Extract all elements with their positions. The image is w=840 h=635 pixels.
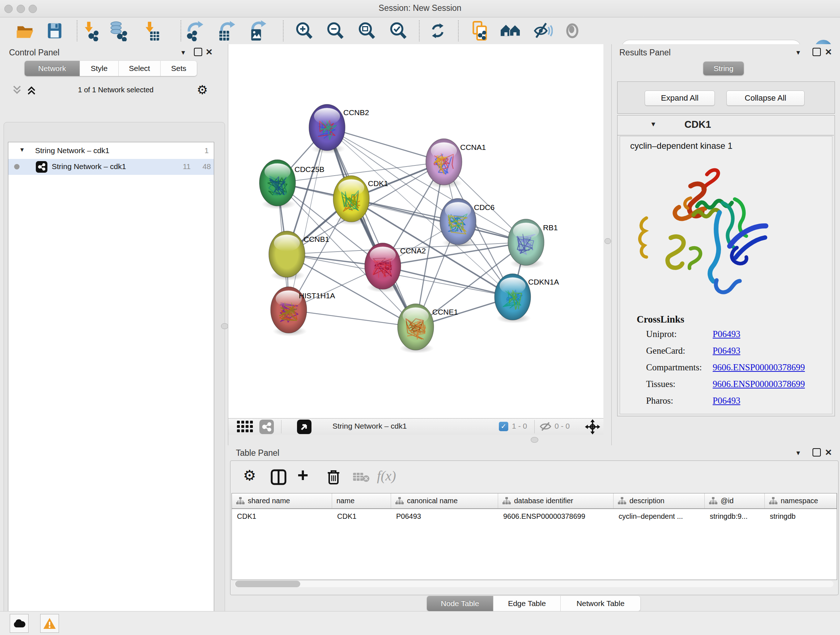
tab-network[interactable]: Network — [25, 61, 80, 76]
zoom-selected-icon[interactable] — [388, 20, 409, 41]
maximize-panel-icon[interactable] — [194, 48, 202, 56]
tab-sets[interactable]: Sets — [161, 61, 197, 76]
close-panel-icon[interactable]: ✕ — [205, 47, 213, 57]
column-header-namespace[interactable]: namespace — [765, 494, 837, 508]
crosslink-value-link[interactable]: P06493 — [713, 346, 740, 356]
expand-all-icon[interactable] — [26, 85, 37, 96]
edge-ccnb2-ccne1[interactable] — [327, 127, 416, 327]
node-ccnb1[interactable] — [269, 231, 305, 280]
zoom-in-icon[interactable] — [294, 20, 315, 41]
network-canvas[interactable]: CCNB2CCNA1CDC25BCDK1CDC6RB1CCNB1CCNA2CDK… — [228, 44, 603, 418]
crosslink-value-link[interactable]: P06493 — [713, 396, 740, 406]
network-node-count: 11 — [171, 162, 191, 171]
hidden-count: 0 - 0 — [554, 422, 570, 431]
warning-button[interactable] — [40, 614, 59, 633]
edge-cdk1-rb1[interactable] — [351, 199, 526, 242]
table-maximize-icon[interactable] — [813, 448, 821, 456]
import-network-icon[interactable] — [79, 20, 100, 41]
column-header-description[interactable]: description — [614, 494, 705, 508]
selected-checkbox-icon[interactable]: ✓ — [499, 422, 508, 431]
add-column-icon[interactable]: + — [297, 464, 308, 486]
first-neighbors-icon[interactable] — [500, 20, 521, 41]
table-panel-title: Table Panel — [236, 448, 279, 458]
zoom-fit-icon[interactable] — [356, 20, 377, 41]
export-network-icon[interactable] — [184, 20, 205, 41]
gear-icon[interactable]: ⚙ — [197, 82, 208, 97]
protein-expander-icon[interactable]: ▼ — [650, 120, 657, 128]
column-header-name[interactable]: name — [332, 494, 391, 508]
node-cdc25b[interactable] — [259, 160, 296, 209]
protein-structure-image — [636, 164, 777, 309]
node-label-cdk1: CDK1 — [368, 179, 388, 187]
export-image-icon[interactable] — [246, 20, 267, 41]
show-columns-icon[interactable] — [271, 469, 286, 485]
network-view-share-icon[interactable] — [259, 420, 274, 434]
results-float-icon[interactable]: ▼ — [795, 49, 801, 57]
node-ccne1[interactable] — [398, 304, 434, 353]
node-cdkn1a[interactable] — [494, 274, 531, 323]
edge-ccnb2-hist1h1a[interactable] — [289, 127, 327, 310]
show-all-icon[interactable] — [563, 20, 582, 41]
table-settings-gear-icon[interactable]: ⚙ — [243, 467, 256, 484]
tab-network-table[interactable]: Network Table — [561, 596, 640, 611]
results-maximize-icon[interactable] — [813, 48, 821, 56]
save-session-icon[interactable] — [44, 20, 65, 41]
crosslink-value-link[interactable]: P06493 — [713, 329, 740, 339]
delete-column-icon[interactable] — [326, 469, 341, 485]
node-table[interactable]: shared namenamecanonical namedatabase id… — [232, 493, 837, 580]
node-ccnb2[interactable] — [309, 104, 346, 154]
column-header-shared-name[interactable]: shared name — [232, 494, 332, 508]
bottom-splitter-handle[interactable] — [531, 437, 538, 443]
expand-all-button[interactable]: Expand All — [645, 90, 715, 106]
node-cdk1[interactable] — [333, 176, 370, 225]
table-hscrollbar[interactable] — [234, 581, 834, 587]
edge-hist1h1a-ccne1[interactable] — [289, 310, 416, 327]
collapse-all-button[interactable]: Collapse All — [726, 90, 805, 106]
table-close-icon[interactable]: ✕ — [825, 448, 832, 458]
import-table-icon[interactable] — [140, 20, 161, 41]
hide-selected-icon[interactable] — [532, 20, 553, 41]
birdseye-view-icon[interactable] — [297, 420, 311, 434]
refresh-icon[interactable] — [428, 20, 447, 41]
column-header--id[interactable]: @id — [705, 494, 765, 508]
table-header-row: shared namenamecanonical namedatabase id… — [232, 494, 837, 509]
float-panel-icon[interactable]: ▼ — [180, 49, 186, 57]
cloud-button[interactable] — [10, 614, 28, 633]
tab-select[interactable]: Select — [118, 61, 161, 76]
node-cdc6[interactable] — [440, 198, 477, 248]
control-panel-title: Control Panel — [9, 48, 59, 57]
table-row[interactable]: CDK1CDK1P064939606.ENSP00000378699cyclin… — [232, 509, 837, 524]
grid-view-icon[interactable] — [237, 421, 254, 433]
node-label-ccne1: CCNE1 — [432, 308, 458, 316]
table-float-icon[interactable]: ▼ — [795, 450, 801, 457]
node-ccna1[interactable] — [426, 139, 462, 188]
column-network-icon — [236, 497, 245, 505]
crosslink-value-link[interactable]: 9606.ENSP00000378699 — [713, 363, 805, 372]
crosslink-value-link[interactable]: 9606.ENSP00000378699 — [713, 379, 805, 389]
right-splitter-handle[interactable] — [605, 238, 611, 244]
export-table-icon[interactable] — [215, 20, 236, 41]
zoom-out-icon[interactable] — [325, 20, 346, 41]
column-header-canonical-name[interactable]: canonical name — [391, 494, 498, 508]
table-hscrollbar-thumb[interactable] — [235, 581, 300, 587]
collapse-all-icon[interactable] — [11, 85, 22, 96]
network-row-selected[interactable]: String Network – cdk1 11 48 — [8, 159, 214, 175]
tab-style[interactable]: Style — [80, 61, 118, 76]
node-rb1[interactable] — [508, 219, 545, 269]
open-session-icon[interactable] — [14, 20, 35, 41]
crosslinks-heading: CrossLinks — [637, 314, 684, 325]
tab-node-table[interactable]: Node Table — [427, 596, 493, 611]
vertical-splitter[interactable] — [603, 44, 611, 445]
navigator-crosshair-icon[interactable] — [585, 419, 600, 434]
tab-edge-table[interactable]: Edge Table — [493, 596, 561, 611]
network-collection-row[interactable]: ▼ String Network – cdk1 1 — [8, 143, 214, 159]
import-database-icon[interactable] — [107, 20, 128, 41]
left-splitter-handle[interactable] — [221, 323, 228, 329]
node-ccna2[interactable] — [365, 243, 401, 293]
tree-expander-icon[interactable]: ▼ — [19, 147, 25, 153]
results-protein-box: ▼ CDK1 cyclin–dependent kinase 1 — [617, 115, 835, 416]
column-header-database-identifier[interactable]: database identifier — [498, 494, 614, 508]
clone-network-icon[interactable] — [469, 20, 490, 41]
tab-string[interactable]: String — [703, 62, 744, 75]
results-close-icon[interactable]: ✕ — [825, 47, 832, 57]
